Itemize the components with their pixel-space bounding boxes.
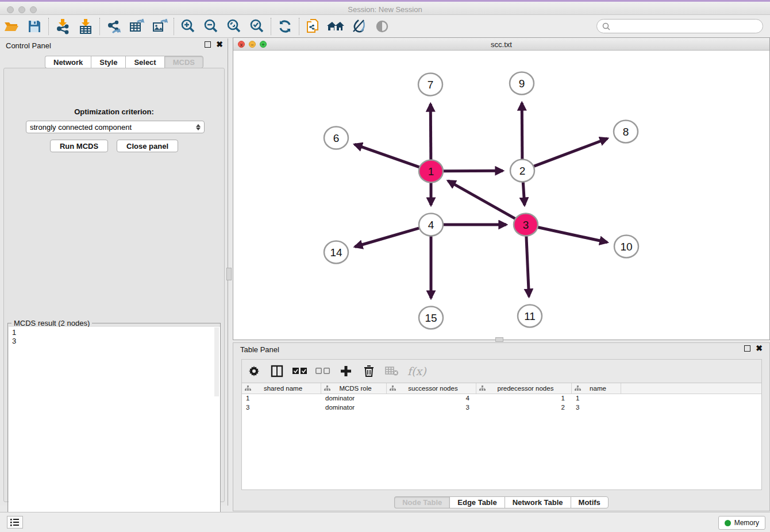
edge-4-14[interactable] bbox=[355, 228, 420, 247]
cell[interactable]: 3 bbox=[242, 403, 321, 413]
column-header-successor-nodes[interactable]: successor nodes bbox=[387, 383, 476, 394]
hierarchy-icon bbox=[245, 385, 251, 391]
table-tabs: Node TableEdge TableNetwork TableMotifs bbox=[233, 496, 769, 508]
search-box[interactable] bbox=[596, 19, 763, 33]
add-row-icon[interactable] bbox=[338, 364, 353, 379]
cell[interactable]: 1 bbox=[242, 394, 321, 403]
node-label-14: 14 bbox=[330, 246, 342, 259]
table-panel-title: Table Panel bbox=[240, 345, 279, 354]
task-history-button[interactable] bbox=[7, 516, 23, 529]
column-view-icon[interactable] bbox=[270, 364, 284, 379]
edge-3-1[interactable] bbox=[448, 181, 516, 219]
function-builder-icon[interactable]: f(x) bbox=[407, 365, 426, 377]
open-session-button[interactable] bbox=[0, 17, 23, 36]
tab-network-table[interactable]: Network Table bbox=[505, 496, 571, 508]
tab-style[interactable]: Style bbox=[91, 56, 125, 68]
export-network-button[interactable] bbox=[102, 17, 125, 36]
cell[interactable]: 4 bbox=[387, 394, 476, 403]
column-header-name[interactable]: name bbox=[572, 383, 621, 394]
cell[interactable]: 3 bbox=[572, 403, 621, 413]
float-panel-icon[interactable] bbox=[744, 345, 750, 352]
deselect-all-icon[interactable] bbox=[315, 364, 330, 379]
column-header-shared-name[interactable]: shared name bbox=[242, 383, 321, 394]
tab-network[interactable]: Network bbox=[45, 56, 91, 68]
delete-row-trash-icon[interactable] bbox=[361, 364, 376, 379]
zoom-fit-button[interactable] bbox=[222, 17, 245, 36]
search-icon bbox=[602, 22, 611, 31]
result-scrollbar[interactable] bbox=[214, 327, 219, 396]
column-header-MCDS-role[interactable]: MCDS role bbox=[321, 383, 387, 394]
edge-2-3[interactable] bbox=[523, 182, 525, 205]
hierarchy-icon bbox=[479, 385, 486, 391]
run-mcds-button[interactable]: Run MCDS bbox=[50, 140, 108, 152]
tab-edge-table[interactable]: Edge Table bbox=[449, 496, 504, 508]
close-panel-button[interactable]: Close panel bbox=[117, 140, 178, 152]
vertical-splitter-handle[interactable] bbox=[226, 268, 232, 280]
edge-2-9[interactable] bbox=[522, 103, 522, 159]
column-header-predecessor-nodes[interactable]: predecessor nodes bbox=[476, 383, 572, 394]
float-panel-icon[interactable] bbox=[205, 41, 211, 48]
cell[interactable]: dominator bbox=[321, 394, 387, 403]
edge-3-10[interactable] bbox=[537, 227, 607, 242]
network-graph-canvas[interactable]: 1234678910111415 bbox=[233, 51, 769, 340]
node-label-6: 6 bbox=[333, 132, 340, 144]
memory-button[interactable]: Memory bbox=[718, 516, 765, 530]
list-icon bbox=[10, 518, 20, 526]
network-window-titlebar[interactable]: x − + scc.txt bbox=[233, 38, 769, 51]
close-panel-icon[interactable]: ✖ bbox=[216, 41, 223, 48]
optimization-criterion-select[interactable]: strongly connected component bbox=[26, 121, 205, 133]
delete-table-icon[interactable] bbox=[384, 364, 399, 379]
node-label-1: 1 bbox=[428, 165, 434, 178]
chevron-updown-icon bbox=[196, 124, 201, 130]
save-session-button[interactable] bbox=[23, 17, 46, 36]
edge-1-6[interactable] bbox=[355, 144, 420, 167]
tab-select[interactable]: Select bbox=[125, 56, 164, 68]
export-image-button[interactable] bbox=[148, 17, 171, 36]
status-bar: Memory bbox=[0, 512, 770, 532]
node-label-3: 3 bbox=[523, 219, 529, 231]
zoom-selected-button[interactable] bbox=[245, 17, 268, 36]
zoom-out-button[interactable] bbox=[199, 17, 222, 36]
edge-1-7[interactable] bbox=[430, 104, 431, 160]
cell[interactable]: 1 bbox=[476, 394, 572, 403]
clone-network-button[interactable] bbox=[302, 17, 325, 36]
tab-mcds[interactable]: MCDS bbox=[164, 56, 203, 68]
tab-motifs[interactable]: Motifs bbox=[571, 496, 609, 508]
tab-node-table[interactable]: Node Table bbox=[394, 496, 449, 508]
table-panel: Table Panel ✖ f(x) shared nameMCDS rol bbox=[233, 342, 770, 511]
table-row[interactable]: 3dominator323 bbox=[242, 403, 761, 413]
node-label-4: 4 bbox=[428, 219, 434, 231]
zoom-in-button[interactable] bbox=[176, 17, 199, 36]
node-table: shared nameMCDS rolesuccessor nodesprede… bbox=[241, 383, 762, 490]
hierarchy-icon bbox=[575, 385, 581, 391]
refresh-button[interactable] bbox=[274, 17, 297, 36]
horizontal-splitter-handle[interactable] bbox=[495, 337, 503, 342]
toolbar-separator bbox=[48, 18, 49, 35]
import-network-button[interactable] bbox=[51, 17, 74, 36]
settings-gear-icon[interactable] bbox=[247, 364, 261, 379]
export-table-button[interactable] bbox=[125, 17, 148, 36]
cell[interactable]: 2 bbox=[476, 403, 572, 413]
hide-selected-button[interactable] bbox=[371, 17, 394, 36]
cell[interactable]: 3 bbox=[387, 403, 476, 413]
optimization-criterion-label: Optimization criterion: bbox=[4, 107, 224, 116]
node-label-2: 2 bbox=[519, 165, 526, 177]
edge-3-11[interactable] bbox=[526, 236, 529, 296]
mcds-panel: Optimization criterion: strongly connect… bbox=[3, 68, 225, 502]
table-row[interactable]: 1dominator411 bbox=[242, 394, 761, 403]
import-table-button[interactable] bbox=[74, 17, 97, 36]
edge-1-2[interactable] bbox=[442, 171, 503, 171]
close-panel-icon[interactable]: ✖ bbox=[756, 345, 763, 352]
cell[interactable]: dominator bbox=[321, 403, 387, 413]
memory-status-dot bbox=[725, 520, 731, 526]
cell[interactable]: 1 bbox=[572, 394, 621, 403]
select-all-icon[interactable] bbox=[292, 364, 307, 379]
toolbar-separator bbox=[99, 18, 100, 35]
search-input[interactable] bbox=[611, 22, 763, 30]
node-label-8: 8 bbox=[623, 126, 629, 138]
edge-2-8[interactable] bbox=[533, 138, 607, 167]
first-neighbors-button[interactable] bbox=[325, 17, 348, 36]
mcds-result-text[interactable]: 1 3 bbox=[9, 327, 220, 532]
toggle-style-button[interactable] bbox=[348, 17, 371, 36]
toolbar-separator bbox=[271, 18, 271, 35]
